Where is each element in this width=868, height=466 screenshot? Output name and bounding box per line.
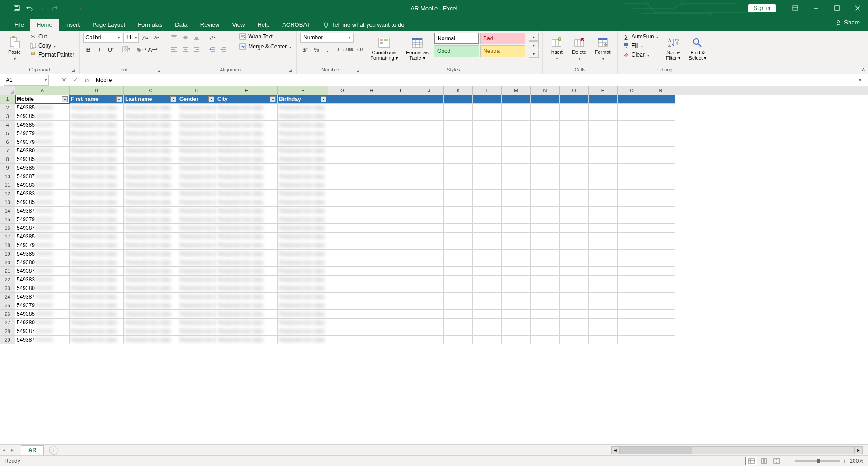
- cell[interactable]: [560, 215, 589, 224]
- number-format-select[interactable]: Number▾: [300, 33, 354, 43]
- row-head-21[interactable]: 21: [0, 267, 15, 276]
- cell[interactable]: [589, 258, 618, 267]
- cell[interactable]: [415, 215, 444, 224]
- decrease-font-icon[interactable]: A▾: [151, 33, 161, 43]
- tab-home[interactable]: Home: [30, 19, 59, 31]
- decrease-decimal-icon[interactable]: .00→.0: [350, 44, 360, 54]
- cell[interactable]: [386, 301, 415, 310]
- col-head-R[interactable]: R: [646, 86, 675, 95]
- cell[interactable]: Redacted text data: [178, 284, 216, 293]
- cell[interactable]: [531, 172, 560, 181]
- row-head-19[interactable]: 19: [0, 250, 15, 258]
- cell[interactable]: [444, 164, 473, 172]
- cell[interactable]: [473, 207, 502, 215]
- row-head-23[interactable]: 23: [0, 284, 15, 293]
- row-head-2[interactable]: 2: [0, 104, 15, 112]
- cell[interactable]: [618, 284, 646, 293]
- cell[interactable]: [444, 301, 473, 310]
- cell[interactable]: [473, 258, 502, 267]
- cell[interactable]: 549385XXXXX: [15, 198, 70, 207]
- row-head-15[interactable]: 15: [0, 215, 15, 224]
- cell[interactable]: [589, 319, 618, 327]
- cell[interactable]: [357, 319, 386, 327]
- cell[interactable]: Redacted text data: [178, 319, 216, 327]
- cell[interactable]: [618, 276, 646, 284]
- cell[interactable]: [531, 310, 560, 319]
- sheet-nav-prev[interactable]: ◄: [0, 447, 8, 452]
- cell[interactable]: Redacted text data: [278, 164, 328, 172]
- cell[interactable]: [589, 310, 618, 319]
- cell[interactable]: [357, 172, 386, 181]
- cell[interactable]: [531, 233, 560, 241]
- cell[interactable]: Redacted text data: [278, 336, 328, 344]
- merge-center-button[interactable]: Merge & Center: [238, 43, 292, 51]
- increase-decimal-icon[interactable]: .0→.00: [339, 44, 349, 54]
- cell[interactable]: [415, 147, 444, 155]
- cell[interactable]: [328, 147, 357, 155]
- cell[interactable]: Redacted text data: [216, 181, 278, 190]
- enter-formula-icon[interactable]: ✓: [70, 75, 81, 86]
- cell[interactable]: [473, 215, 502, 224]
- cell[interactable]: Redacted text data: [278, 147, 328, 155]
- cell[interactable]: [502, 121, 531, 129]
- view-page-break-icon[interactable]: [771, 457, 783, 465]
- minimize-icon[interactable]: [806, 0, 826, 16]
- cell[interactable]: [589, 241, 618, 250]
- col-head-A[interactable]: A: [15, 86, 70, 95]
- cell[interactable]: [473, 121, 502, 129]
- cell[interactable]: [618, 250, 646, 258]
- cell[interactable]: [531, 164, 560, 172]
- cell[interactable]: Redacted text data: [70, 164, 124, 172]
- cell[interactable]: [357, 310, 386, 319]
- cell[interactable]: 549387XXXXX: [15, 224, 70, 233]
- cell[interactable]: [328, 327, 357, 336]
- cell[interactable]: [618, 147, 646, 155]
- cell[interactable]: [328, 164, 357, 172]
- alignment-launcher[interactable]: ◢: [288, 68, 292, 73]
- font-color-button[interactable]: A▾: [148, 44, 158, 54]
- cell[interactable]: [502, 250, 531, 258]
- cell[interactable]: Redacted text data: [278, 224, 328, 233]
- cell[interactable]: Redacted text data: [70, 215, 124, 224]
- format-painter-button[interactable]: Format Painter: [28, 51, 75, 59]
- cell[interactable]: [357, 164, 386, 172]
- cell[interactable]: Redacted text data: [278, 129, 328, 138]
- cell[interactable]: [531, 198, 560, 207]
- style-normal[interactable]: Normal: [434, 33, 479, 44]
- cell[interactable]: [618, 207, 646, 215]
- cell[interactable]: [473, 233, 502, 241]
- row-head-29[interactable]: 29: [0, 336, 15, 344]
- col-head-P[interactable]: P: [589, 86, 618, 95]
- cell[interactable]: [502, 172, 531, 181]
- align-left-icon[interactable]: [169, 44, 179, 54]
- empty-header-cell[interactable]: [502, 95, 531, 104]
- cell[interactable]: [444, 224, 473, 233]
- cell[interactable]: [618, 327, 646, 336]
- cell[interactable]: Redacted text data: [178, 250, 216, 258]
- empty-header-cell[interactable]: [473, 95, 502, 104]
- redo-icon[interactable]: [51, 4, 59, 12]
- cell[interactable]: [328, 138, 357, 147]
- cell[interactable]: [646, 112, 675, 121]
- cell[interactable]: [618, 241, 646, 250]
- hscroll-left[interactable]: ◄: [611, 446, 619, 454]
- cell[interactable]: [328, 181, 357, 190]
- cell[interactable]: [386, 104, 415, 112]
- col-head-K[interactable]: K: [444, 86, 473, 95]
- cell[interactable]: Redacted text data: [124, 104, 178, 112]
- cell[interactable]: [646, 138, 675, 147]
- cell[interactable]: [646, 181, 675, 190]
- row-head-11[interactable]: 11: [0, 181, 15, 190]
- cell[interactable]: [560, 293, 589, 301]
- cell[interactable]: Redacted text data: [124, 181, 178, 190]
- cell[interactable]: Redacted text data: [216, 215, 278, 224]
- col-head-N[interactable]: N: [531, 86, 560, 95]
- cell[interactable]: [415, 241, 444, 250]
- cell[interactable]: Redacted text data: [278, 215, 328, 224]
- cell[interactable]: [328, 215, 357, 224]
- cell[interactable]: [415, 284, 444, 293]
- cell[interactable]: [589, 164, 618, 172]
- cell[interactable]: Redacted text data: [70, 336, 124, 344]
- cell[interactable]: [415, 301, 444, 310]
- cell[interactable]: [357, 284, 386, 293]
